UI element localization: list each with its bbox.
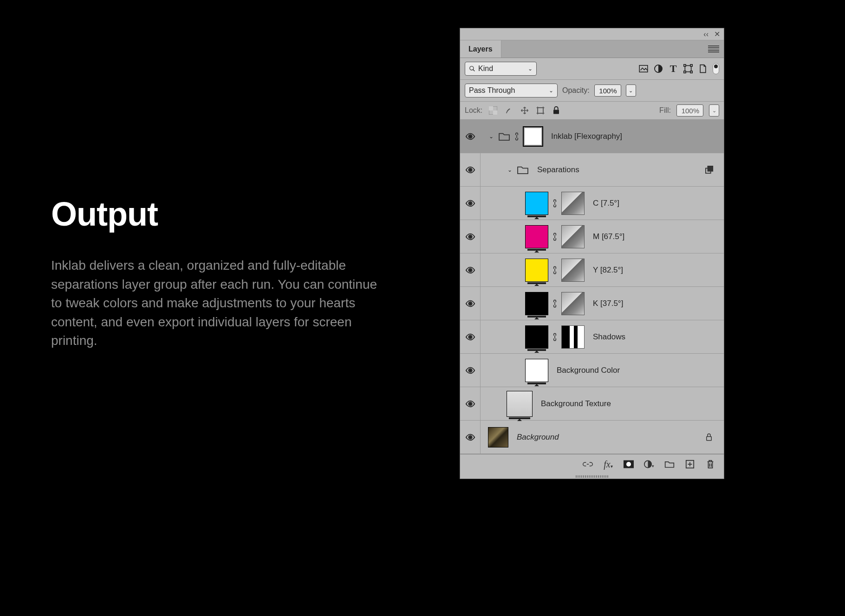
link-layers-icon[interactable] [583, 459, 593, 469]
layer-mask-thumbnail [561, 225, 585, 248]
adjustment-layer-icon[interactable]: ▾ [644, 459, 654, 469]
disclosure-toggle[interactable]: ⌄ [507, 167, 513, 173]
layers-panel: ‹‹ ✕ Layers Kind ⌄ T Pass Through ⌄ Opac… [460, 28, 724, 479]
fill-label: Fill: [659, 106, 671, 115]
visibility-toggle[interactable] [460, 253, 481, 286]
layer-name: Separations [537, 165, 702, 175]
panel-resize-grip[interactable] [460, 474, 724, 479]
filter-toggle[interactable] [713, 63, 719, 74]
blend-row: Pass Through ⌄ Opacity: 100% ⌄ [460, 80, 724, 102]
marketing-body: Inklab delivers a clean, organized and f… [51, 256, 385, 350]
svg-point-19 [469, 169, 472, 171]
new-group-icon[interactable] [664, 459, 675, 469]
layer-thumbnail [525, 259, 548, 282]
visibility-toggle[interactable] [460, 320, 481, 353]
opacity-stepper[interactable]: ⌄ [626, 84, 636, 97]
lock-all-icon[interactable] [551, 105, 561, 116]
marketing-copy: Output Inklab delivers a clean, organize… [51, 195, 385, 350]
panel-menu-icon[interactable] [708, 45, 719, 53]
layer-content: Y [82.5°] [483, 259, 718, 282]
disclosure-toggle[interactable]: ⌄ [488, 133, 494, 140]
delete-layer-icon[interactable] [705, 459, 715, 469]
marketing-title: Output [51, 195, 385, 233]
visibility-toggle[interactable] [460, 187, 481, 220]
chevron-down-icon: ⌄ [549, 87, 553, 94]
layer-row[interactable]: ⌄Separations [460, 153, 724, 187]
opacity-value: 100% [599, 87, 617, 95]
layer-row[interactable]: Y [82.5°] [460, 253, 724, 287]
layer-row[interactable]: Background [460, 421, 724, 454]
lock-position-icon[interactable] [520, 105, 530, 116]
layer-content: Background Color [483, 359, 718, 382]
layer-row[interactable]: M [67.5°] [460, 220, 724, 253]
new-layer-icon[interactable] [685, 459, 695, 469]
tab-layers[interactable]: Layers [460, 40, 501, 58]
svg-point-29 [469, 436, 472, 439]
visibility-toggle[interactable] [460, 387, 481, 420]
filter-type-icon[interactable]: T [668, 64, 678, 74]
layer-row[interactable]: ⌄Inklab [Flexography] [460, 120, 724, 153]
svg-point-25 [469, 302, 472, 305]
lock-transparency-icon[interactable] [488, 105, 498, 116]
svg-point-24 [469, 269, 472, 272]
filter-row: Kind ⌄ T [460, 58, 724, 80]
layers-bottom-toolbar: fx▾ ▾ [460, 454, 724, 474]
layer-thumbnail [488, 427, 508, 447]
layer-thumbnail [525, 225, 548, 248]
opacity-input[interactable]: 100% [594, 84, 621, 97]
layers-list: ⌄Inklab [Flexography]⌄SeparationsC [7.5°… [460, 120, 724, 454]
layer-row[interactable]: K [37.5°] [460, 287, 724, 320]
lock-indicator-icon[interactable] [705, 433, 718, 441]
close-icon[interactable]: ✕ [714, 30, 720, 39]
panel-tabbar: Layers [460, 40, 724, 58]
layer-row[interactable]: Background Color [460, 354, 724, 387]
layer-mask-thumbnail [561, 325, 585, 349]
layer-mask-thumbnail [561, 259, 585, 282]
link-icon [514, 132, 520, 141]
visibility-toggle[interactable] [460, 153, 481, 186]
visibility-toggle[interactable] [460, 354, 481, 387]
visibility-toggle[interactable] [460, 120, 481, 153]
layer-content: Background Texture [483, 391, 718, 417]
filter-pixel-icon[interactable] [638, 64, 649, 74]
blend-mode-dropdown[interactable]: Pass Through ⌄ [465, 84, 558, 97]
visibility-toggle[interactable] [460, 220, 481, 253]
folder-icon [517, 165, 529, 175]
svg-rect-8 [690, 71, 692, 73]
layer-content: Background [483, 427, 702, 447]
layer-content: Shadows [483, 325, 718, 349]
layer-row[interactable]: Shadows [460, 320, 724, 354]
layer-content: M [67.5°] [483, 225, 718, 248]
layer-thumbnail [507, 391, 533, 417]
layer-thumbnail [525, 192, 548, 215]
visibility-toggle[interactable] [460, 287, 481, 320]
svg-rect-6 [690, 65, 692, 66]
link-icon [552, 266, 558, 275]
svg-point-27 [469, 369, 472, 372]
layer-row[interactable]: Background Texture [460, 387, 724, 421]
filter-kind-label: Kind [478, 65, 493, 73]
collapse-icon[interactable]: ‹‹ [703, 30, 708, 39]
layer-mask-icon[interactable] [624, 459, 634, 469]
layer-mask-thumbnail [561, 292, 585, 315]
lock-image-icon[interactable] [504, 105, 514, 116]
fill-stepper[interactable]: ⌄ [709, 104, 719, 117]
svg-point-22 [469, 202, 472, 205]
layer-row[interactable]: C [7.5°] [460, 187, 724, 220]
layer-thumbnail [525, 292, 548, 315]
layer-content: K [37.5°] [483, 292, 718, 315]
fill-input[interactable]: 100% [676, 104, 703, 117]
lock-row: Lock: Fill: 100% ⌄ [460, 102, 724, 120]
lock-label: Lock: [465, 106, 482, 115]
fill-value: 100% [682, 107, 699, 115]
layer-style-icon[interactable]: fx▾ [603, 459, 613, 469]
filter-adjustment-icon[interactable] [653, 64, 663, 74]
visibility-toggle[interactable] [460, 421, 481, 454]
filter-kind-dropdown[interactable]: Kind ⌄ [465, 62, 537, 76]
svg-rect-10 [489, 106, 493, 110]
layer-thumbnail [523, 127, 543, 146]
filter-smartobject-icon[interactable] [698, 64, 708, 74]
lock-artboard-icon[interactable] [535, 105, 546, 116]
filter-shape-icon[interactable] [683, 64, 693, 74]
layer-name: Y [82.5°] [593, 266, 718, 275]
